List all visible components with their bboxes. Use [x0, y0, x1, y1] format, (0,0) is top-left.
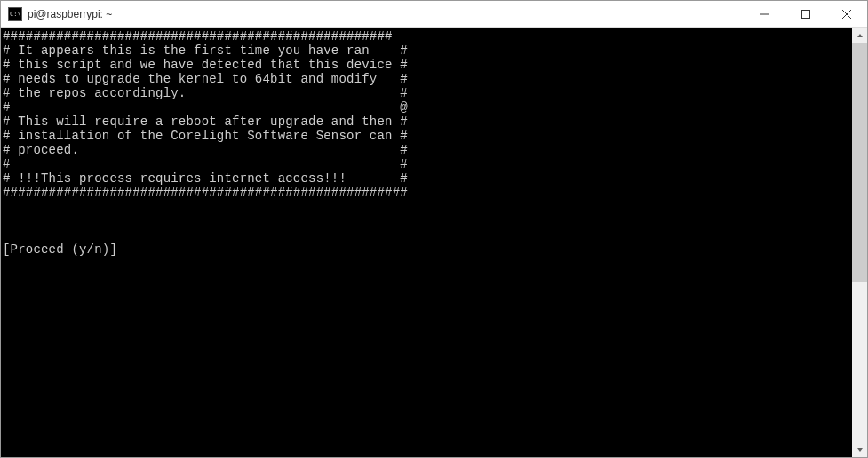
- window-controls: [745, 1, 867, 27]
- terminal-line: # proceed. #: [3, 143, 852, 157]
- minimize-icon: [760, 10, 769, 19]
- terminal-line: # @: [3, 100, 852, 114]
- scrollbar-down-button[interactable]: [852, 442, 867, 457]
- terminal-line: [3, 228, 852, 242]
- scrollbar-thumb[interactable]: [852, 43, 867, 282]
- svg-marker-6: [857, 34, 863, 37]
- terminal-area: ########################################…: [1, 28, 867, 457]
- terminal-line: # #: [3, 157, 852, 171]
- terminal-line: [3, 200, 852, 214]
- close-icon: [842, 10, 851, 19]
- scrollbar-track[interactable]: [852, 43, 867, 442]
- titlebar[interactable]: C:\ pi@raspberrypi: ~: [1, 1, 867, 28]
- terminal-icon: C:\: [8, 7, 22, 21]
- svg-rect-3: [802, 10, 810, 18]
- maximize-icon: [801, 10, 810, 19]
- terminal-line: # installation of the Corelight Software…: [3, 129, 852, 143]
- terminal-line: [Proceed (y/n)]: [3, 242, 852, 257]
- svg-marker-7: [857, 448, 863, 452]
- terminal-line: ########################################…: [3, 29, 852, 43]
- terminal-output[interactable]: ########################################…: [1, 28, 852, 457]
- svg-text:C:\: C:\: [10, 11, 21, 18]
- terminal-line: [3, 214, 852, 228]
- vertical-scrollbar[interactable]: [852, 28, 867, 457]
- chevron-down-icon: [856, 446, 864, 454]
- terminal-line: # It appears this is the first time you …: [3, 43, 852, 58]
- terminal-line: ########################################…: [3, 186, 852, 200]
- minimize-button[interactable]: [745, 1, 785, 27]
- terminal-line: # This will require a reboot after upgra…: [3, 114, 852, 129]
- terminal-line: # the repos accordingly. #: [3, 86, 852, 100]
- terminal-window: C:\ pi@raspberrypi: ~: [0, 0, 868, 458]
- terminal-line: # !!!This process requires internet acce…: [3, 171, 852, 186]
- close-button[interactable]: [826, 1, 867, 27]
- terminal-line: # this script and we have detected that …: [3, 58, 852, 72]
- terminal-line: # needs to upgrade the kernel to 64bit a…: [3, 72, 852, 86]
- chevron-up-icon: [856, 32, 864, 39]
- scrollbar-up-button[interactable]: [852, 28, 867, 43]
- window-title: pi@raspberrypi: ~: [28, 8, 112, 20]
- maximize-button[interactable]: [785, 1, 826, 27]
